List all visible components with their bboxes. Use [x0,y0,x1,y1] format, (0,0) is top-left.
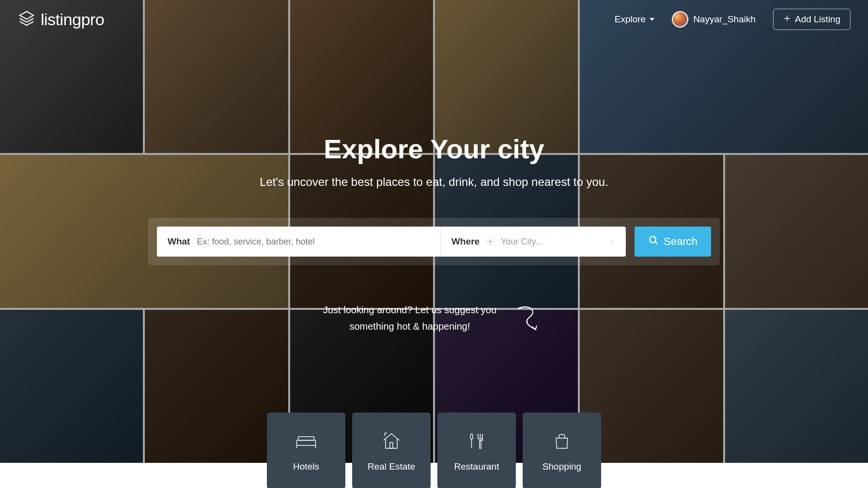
user-name: Nayyar_Shaikh [693,14,756,25]
category-shopping[interactable]: Shopping [523,412,601,488]
caret-down-icon [609,239,615,244]
locate-icon[interactable] [486,238,494,245]
bed-icon [294,429,318,453]
search-button[interactable]: Search [635,227,711,257]
category-restaurant[interactable]: Restaurant [437,412,516,488]
add-listing-label: Add Listing [795,14,840,25]
where-placeholder: Your City... [501,237,603,247]
nav-explore-label: Explore [615,14,646,25]
hero-subtitle: Let's uncover the best places to eat, dr… [0,175,868,189]
search-icon [648,235,659,248]
suggest-line-2: something hot & happening! [323,318,496,335]
search-what-field[interactable]: What [157,227,441,257]
hero-section: listingpro Explore Nayyar_Shaikh Add Lis… [0,0,868,463]
search-button-label: Search [664,235,698,248]
where-label: Where [451,236,480,247]
user-menu[interactable]: Nayyar_Shaikh [672,11,756,28]
chevron-down-icon [650,18,654,21]
plus-icon [783,14,791,25]
hero-title: Explore Your city [0,133,868,165]
svg-point-1 [489,241,491,243]
search-fields: What Where Your City... [157,227,626,257]
svg-line-3 [655,242,658,244]
bag-icon [550,429,574,453]
category-real-estate[interactable]: Real Estate [352,412,431,488]
utensils-icon [465,429,488,453]
layers-icon [17,9,36,30]
category-hotels[interactable]: Hotels [267,412,345,488]
category-label: Real Estate [368,461,415,472]
svg-marker-0 [20,12,34,19]
hero-content: Explore Your city Let's uncover the best… [0,133,868,336]
suggest-wrap: Just looking around? Let us suggest you … [0,300,868,336]
topbar: listingpro Explore Nayyar_Shaikh Add Lis… [0,0,868,39]
logo[interactable]: listingpro [17,9,104,30]
add-listing-button[interactable]: Add Listing [773,9,851,30]
what-input[interactable] [197,237,430,247]
nav-explore[interactable]: Explore [615,14,654,25]
svg-rect-4 [298,437,314,441]
suggest-text: Just looking around? Let us suggest you … [323,302,496,335]
logo-text: listingpro [41,10,104,29]
svg-rect-5 [297,441,316,446]
suggest-line-1: Just looking around? Let us suggest you [323,302,496,318]
svg-point-2 [650,236,656,243]
house-icon [380,429,403,453]
topbar-right: Explore Nayyar_Shaikh Add Listing [615,9,851,30]
curly-arrow-icon [511,300,545,336]
category-tiles: Hotels Real Estate [267,412,601,488]
search-where-field[interactable]: Where Your City... [441,227,626,257]
what-label: What [168,236,190,247]
category-label: Restaurant [454,461,499,472]
category-label: Shopping [542,461,581,472]
category-label: Hotels [293,461,319,472]
svg-rect-8 [390,442,393,448]
avatar [672,11,688,28]
search-panel: What Where Your City... [148,218,720,265]
